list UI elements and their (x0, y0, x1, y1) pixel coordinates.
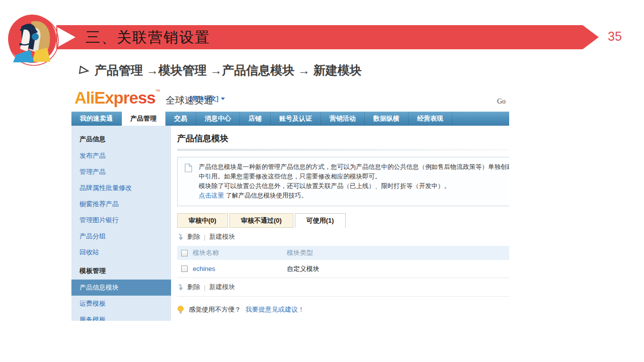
sidebar-heading-product-info: 产品信息 (71, 131, 171, 148)
feedback-text: 感觉使用不方便？ (189, 305, 241, 314)
new-module-button[interactable]: 新建模块 (209, 232, 235, 241)
info-line-4: 点击这里 了解产品信息模块使用技巧。 (199, 191, 509, 201)
sidebar-item-product-info-module[interactable]: 产品信息模块 (71, 280, 171, 296)
feedback-row: 感觉使用不方便？我要提意见或建议！ (177, 305, 509, 314)
info-line-3: 模块除了可以放置公共信息外，还可以放置关联产品（已上线）、限时打折等（开发中）。 (199, 182, 509, 191)
nav-tab-message-center[interactable]: 消息中心 (196, 112, 240, 126)
title-divider (177, 149, 509, 151)
toolbar-separator: | (204, 233, 205, 241)
section-title: 三、关联营销设置 (86, 25, 210, 49)
sidebar-item-recycle-bin[interactable]: 回收站 (71, 244, 171, 260)
screenshot-body: 产品信息 发布产品 管理产品 品牌属性批量修改 橱窗推荐产品 管理图片银行 产品… (71, 126, 509, 321)
module-name-link[interactable]: echines (193, 265, 215, 273)
tab-under-review[interactable]: 审核中(0) (177, 213, 228, 228)
breadcrumb: 产品管理 →模块管理 →产品信息模块 → 新建模块 (78, 62, 362, 78)
delete-icon (178, 284, 184, 291)
column-header-type: 模块类型 (287, 248, 313, 257)
sidebar-item-product-groups[interactable]: 产品分组 (71, 228, 171, 244)
document-icon (185, 163, 192, 172)
aliexpress-screenshot: AliExpress™ 全球速卖通 [简体中文] Go 我的速卖通 产品管理 交… (71, 84, 509, 321)
tab-review-failed[interactable]: 审核不通过(0) (229, 213, 293, 228)
sidebar-item-showcase-products[interactable]: 橱窗推荐产品 (71, 196, 171, 212)
new-module-button[interactable]: 新建模块 (209, 283, 235, 292)
main-content: 产品信息模块 产品信息模块是一种新的管理产品信息的方式，您可以为产品信息中的公共… (171, 126, 509, 321)
delete-button[interactable]: 删除 (187, 232, 200, 241)
nav-tab-product-management[interactable]: 产品管理 (122, 112, 166, 126)
feedback-link[interactable]: 我要提意见或建议！ (246, 305, 304, 314)
tab-usable[interactable]: 可使用(1) (295, 213, 346, 228)
logo-row: AliExpress™ 全球速卖通 [简体中文] Go (71, 84, 509, 112)
status-tabs: 审核中(0) 审核不通过(0) 可使用(1) (177, 213, 509, 228)
nav-tab-account-verification[interactable]: 账号及认证 (271, 112, 321, 126)
dropdown-arrow-icon (221, 98, 225, 100)
toolbar-top: 删除 | 新建模块 (177, 228, 509, 246)
delete-icon (178, 234, 184, 240)
nav-tab-transactions[interactable]: 交易 (166, 112, 196, 126)
breadcrumb-arrow-icon (78, 65, 90, 76)
trademark-mark: ™ (155, 88, 160, 94)
slide: 三、关联营销设置 35 产品管理 →模块管理 →产品信息模块 → 新建模块 Al… (0, 0, 644, 362)
headset-people-icon (7, 14, 59, 66)
row-checkbox[interactable] (181, 265, 188, 272)
language-selector[interactable]: [简体中文] (190, 95, 225, 103)
select-all-checkbox[interactable] (181, 250, 188, 256)
nav-tab-data-analytics[interactable]: 数据纵横 (365, 112, 409, 126)
lightbulb-icon (177, 306, 184, 314)
sidebar-item-image-bank[interactable]: 管理图片银行 (71, 212, 171, 228)
main-nav: 我的速卖通 产品管理 交易 消息中心 店铺 账号及认证 营销活动 数据纵横 经营… (71, 112, 509, 126)
language-label: [简体中文] (190, 95, 218, 103)
delete-button[interactable]: 删除 (187, 283, 200, 292)
info-line-2: 中引用。如果您需要修改这些信息，只需要修改相应的模块即可。 (199, 172, 509, 182)
nav-tab-business-performance[interactable]: 经营表现 (409, 112, 452, 126)
column-header-name: 模块名称 (193, 248, 219, 257)
breadcrumb-text: 产品管理 →模块管理 →产品信息模块 → 新建模块 (95, 62, 362, 78)
sidebar-item-shipping-template[interactable]: 运费模板 (71, 296, 171, 312)
sidebar-item-publish-product[interactable]: 发布产品 (71, 148, 171, 164)
nav-tab-store[interactable]: 店铺 (240, 112, 271, 126)
nav-tab-my-aliexpress[interactable]: 我的速卖通 (71, 112, 122, 126)
toolbar-separator: | (204, 284, 205, 291)
table-header: 模块名称 模块类型 (177, 246, 509, 260)
click-here-link[interactable]: 点击这里 (199, 192, 224, 199)
search-go-button[interactable]: Go (497, 98, 506, 106)
sidebar: 产品信息 发布产品 管理产品 品牌属性批量修改 橱窗推荐产品 管理图片银行 产品… (71, 126, 171, 321)
sidebar-item-service-template[interactable]: 服务模板 (71, 312, 171, 321)
table-row: echines 自定义模块 (177, 260, 509, 278)
support-avatar (7, 14, 59, 66)
page-number: 35 (608, 29, 622, 44)
info-box: 产品信息模块是一种新的管理产品信息的方式，您可以为产品信息中的公共信息（例如售后… (177, 157, 509, 206)
section-banner: 三、关联营销设置 (56, 25, 599, 49)
nav-tab-marketing-activities[interactable]: 营销活动 (321, 112, 365, 126)
sidebar-heading-template-management: 模板管理 (71, 262, 171, 280)
sidebar-item-brand-attr-batch-edit[interactable]: 品牌属性批量修改 (71, 180, 171, 196)
toolbar-bottom: 删除 | 新建模块 (177, 278, 509, 297)
module-type-cell: 自定义模块 (287, 264, 319, 274)
brand-wordmark: AliExpress (74, 88, 155, 107)
sidebar-item-manage-product[interactable]: 管理产品 (71, 164, 171, 180)
info-line-4-rest: 了解产品信息模块使用技巧。 (224, 192, 307, 199)
info-line-1: 产品信息模块是一种新的管理产品信息的方式，您可以为产品信息中的公共信息（例如售后… (199, 162, 509, 172)
page-title: 产品信息模块 (177, 133, 509, 144)
